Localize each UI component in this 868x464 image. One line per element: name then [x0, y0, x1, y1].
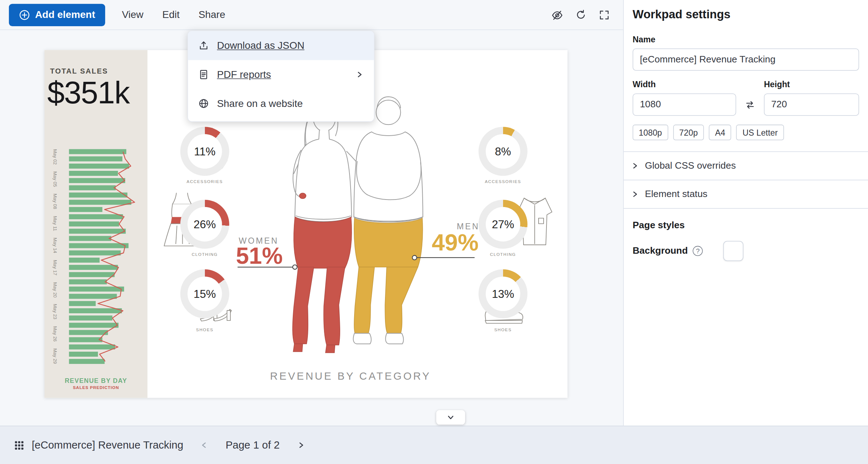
share-item-download-json[interactable]: Download as JSON — [188, 31, 374, 60]
revenue-by-day-label: REVENUE BY DAY — [44, 377, 147, 384]
prediction-line — [98, 152, 135, 362]
date-axis: May 02May 05May 08May 11May 14May 17May … — [49, 149, 58, 364]
height-label: Height — [764, 80, 790, 89]
donut-chart: 26% — [180, 200, 229, 249]
eye-slash-icon — [552, 9, 563, 21]
settings-title: Workpad settings — [633, 8, 859, 21]
workpad-manager-button[interactable] — [14, 440, 24, 450]
share-item-label: Download as JSON — [217, 40, 305, 52]
menu-share[interactable]: Share — [198, 9, 225, 21]
donut-chart: 27% — [479, 200, 527, 249]
preset-720p[interactable]: 720p — [673, 125, 704, 140]
women-percentage: 51% — [236, 243, 282, 269]
chevron-right-icon — [630, 190, 639, 199]
donut-clothing-men: 27% CLOTHING — [479, 200, 527, 257]
workpad-footer: [eCommerce] Revenue Tracking Page 1 of 2 — [0, 426, 868, 464]
donut-chart: 11% — [180, 127, 229, 176]
accordion-global-css-overrides[interactable]: Global CSS overrides — [624, 152, 868, 180]
export-icon — [198, 40, 209, 51]
man-pants — [354, 218, 423, 333]
donut-chart: 15% — [180, 269, 229, 318]
globe-icon — [198, 98, 209, 109]
share-item-share-website[interactable]: Share on a website — [188, 89, 374, 118]
donut-shoes-men: 13% SHOES — [479, 269, 527, 332]
accordion-element-status[interactable]: Element status — [624, 180, 868, 208]
donut-shoes-women: 15% SHOES — [180, 269, 229, 332]
workpad-settings-panel: Workpad settings Name Width Height 1080p… — [623, 0, 868, 426]
share-item-label: PDF reports — [217, 69, 271, 80]
top-toolbar: Add element View Edit Share — [0, 0, 624, 30]
footer-workpad-name[interactable]: [eCommerce] Revenue Tracking — [32, 439, 183, 451]
donut-percentage: 8% — [479, 127, 527, 176]
chevron-down-icon — [446, 413, 455, 422]
background-row: Background ? — [633, 241, 859, 261]
chevron-right-icon — [296, 441, 305, 450]
swap-dimensions-button[interactable] — [741, 99, 760, 110]
dimension-inputs — [633, 94, 859, 116]
background-label: Background — [633, 245, 688, 257]
total-sales-panel: TOTAL SALES $351k May 02May 05May 08May … — [44, 50, 147, 398]
toolbar-collapse-button[interactable] — [436, 410, 465, 425]
height-input[interactable] — [764, 94, 859, 116]
refresh-icon — [575, 9, 586, 20]
plus-in-circle-icon — [19, 9, 30, 20]
donut-percentage: 26% — [180, 200, 229, 249]
chevron-right-icon — [630, 161, 639, 170]
dimension-labels: Width Height — [633, 80, 859, 89]
total-sales-value: $351k — [47, 75, 130, 111]
preset-us-letter[interactable]: US Letter — [736, 125, 784, 140]
donut-accessories-men: 8% ACCESSORIES — [479, 127, 527, 184]
preset-a4[interactable]: A4 — [709, 125, 732, 140]
fullscreen-icon — [599, 9, 610, 20]
accordion-label: Global CSS overrides — [645, 160, 736, 172]
man-shoes — [353, 333, 404, 344]
workpad-name-input[interactable] — [633, 48, 859, 71]
previous-page-button[interactable] — [200, 441, 209, 450]
menu-view[interactable]: View — [122, 9, 144, 21]
share-item-pdf-reports[interactable]: PDF reports — [188, 60, 374, 89]
share-item-label: Share on a website — [217, 98, 303, 109]
hide-editing-controls-button[interactable] — [552, 9, 563, 21]
accordion-label: Element status — [645, 189, 707, 200]
add-element-button[interactable]: Add element — [9, 4, 105, 26]
revenue-by-category-title: REVENUE BY CATEGORY — [211, 370, 489, 382]
donut-percentage: 11% — [180, 127, 229, 176]
donut-percentage: 15% — [180, 269, 229, 318]
woman-pants — [292, 193, 352, 353]
page-styles-heading: Page styles — [633, 220, 859, 231]
apps-grid-icon — [14, 440, 24, 450]
refresh-button[interactable] — [575, 9, 586, 20]
swap-arrows-icon — [745, 99, 756, 110]
donut-clothing-women: 26% CLOTHING — [180, 200, 229, 257]
donut-chart: 8% — [479, 127, 527, 176]
menu-edit[interactable]: Edit — [162, 9, 179, 21]
donut-chart: 13% — [479, 269, 527, 318]
width-input[interactable] — [633, 94, 736, 116]
background-color-swatch[interactable] — [723, 241, 743, 261]
donut-label: CLOTHING — [479, 252, 527, 257]
donut-accessories-women: 11% ACCESSORIES — [180, 127, 229, 184]
woman-figure — [293, 105, 375, 222]
canvas-menu: View Edit Share — [122, 9, 225, 21]
share-menu: Download as JSON PDF reports — [188, 31, 375, 122]
donut-label: ACCESSORIES — [479, 179, 527, 184]
document-icon — [198, 69, 209, 80]
toolbar-right-controls — [552, 0, 610, 30]
donut-label: SHOES — [180, 327, 229, 332]
sales-prediction-line-chart — [69, 149, 141, 364]
preset-1080p[interactable]: 1080p — [633, 125, 668, 140]
sales-prediction-label: SALES PREDICTION — [44, 385, 147, 390]
donut-label: ACCESSORIES — [180, 179, 229, 184]
question-circle-icon[interactable]: ? — [693, 246, 703, 256]
chevron-right-icon — [355, 70, 364, 79]
chevron-left-icon — [200, 441, 209, 450]
total-sales-label: TOTAL SALES — [50, 67, 108, 75]
donut-label: CLOTHING — [180, 252, 229, 257]
donut-percentage: 27% — [479, 200, 527, 249]
page-indicator[interactable]: Page 1 of 2 — [226, 439, 280, 451]
add-element-label: Add element — [35, 9, 95, 21]
name-label: Name — [633, 34, 859, 44]
fullscreen-button[interactable] — [599, 9, 610, 20]
canvas-app: Add element View Edit Share — [0, 0, 868, 464]
next-page-button[interactable] — [296, 441, 305, 450]
